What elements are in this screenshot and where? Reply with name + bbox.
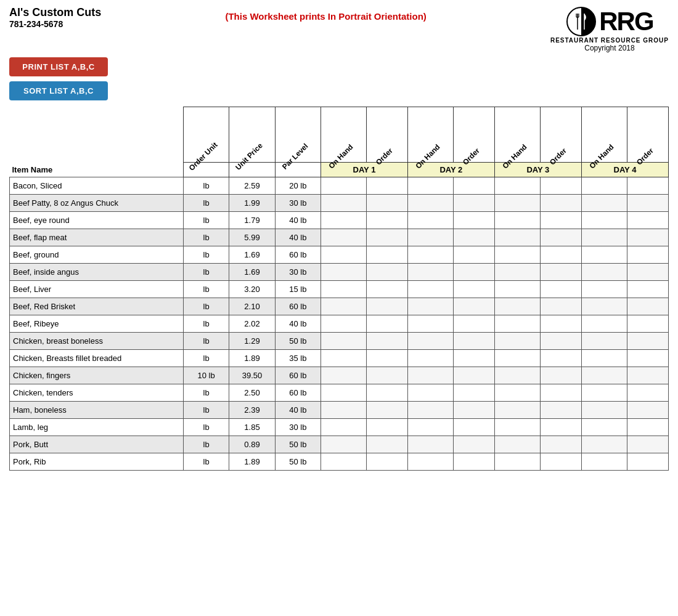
- day2-onhand-cell[interactable]: [407, 177, 453, 195]
- day3-onhand-cell[interactable]: [494, 402, 540, 419]
- day2-onhand-cell[interactable]: [407, 384, 453, 402]
- day3-onhand-cell[interactable]: [494, 229, 540, 246]
- day4-onhand-cell[interactable]: [581, 264, 627, 281]
- day4-onhand-cell[interactable]: [581, 402, 627, 419]
- day4-onhand-cell[interactable]: [581, 212, 627, 229]
- day3-order-cell[interactable]: [541, 229, 582, 246]
- day1-order-cell[interactable]: [367, 281, 408, 298]
- day1-order-cell[interactable]: [367, 453, 408, 471]
- day2-order-cell[interactable]: [454, 229, 495, 246]
- day3-order-cell[interactable]: [541, 264, 582, 281]
- day4-order-cell[interactable]: [627, 436, 669, 453]
- day1-order-cell[interactable]: [367, 436, 408, 453]
- day2-onhand-cell[interactable]: [407, 315, 453, 333]
- day4-onhand-cell[interactable]: [581, 419, 627, 436]
- day3-onhand-cell[interactable]: [494, 384, 540, 402]
- day3-onhand-cell[interactable]: [494, 333, 540, 350]
- day4-order-cell[interactable]: [627, 453, 669, 471]
- day2-order-cell[interactable]: [454, 246, 495, 264]
- day2-order-cell[interactable]: [454, 298, 495, 315]
- day3-order-cell[interactable]: [541, 333, 582, 350]
- day4-order-cell[interactable]: [627, 177, 669, 195]
- day3-onhand-cell[interactable]: [494, 453, 540, 471]
- day3-order-cell[interactable]: [541, 436, 582, 453]
- day2-onhand-cell[interactable]: [407, 419, 453, 436]
- day2-order-cell[interactable]: [454, 419, 495, 436]
- day4-order-cell[interactable]: [627, 195, 669, 212]
- day2-onhand-cell[interactable]: [407, 195, 453, 212]
- day1-order-cell[interactable]: [367, 333, 408, 350]
- day1-order-cell[interactable]: [367, 384, 408, 402]
- day3-onhand-cell[interactable]: [494, 212, 540, 229]
- day3-onhand-cell[interactable]: [494, 195, 540, 212]
- day3-onhand-cell[interactable]: [494, 436, 540, 453]
- day1-onhand-cell[interactable]: [321, 177, 366, 195]
- day3-onhand-cell[interactable]: [494, 419, 540, 436]
- day4-onhand-cell[interactable]: [581, 333, 627, 350]
- day4-order-cell[interactable]: [627, 419, 669, 436]
- day3-order-cell[interactable]: [541, 419, 582, 436]
- day3-order-cell[interactable]: [541, 315, 582, 333]
- day3-onhand-cell[interactable]: [494, 298, 540, 315]
- day2-onhand-cell[interactable]: [407, 229, 453, 246]
- day2-order-cell[interactable]: [454, 281, 495, 298]
- day3-order-cell[interactable]: [541, 298, 582, 315]
- day4-order-cell[interactable]: [627, 298, 669, 315]
- day4-onhand-cell[interactable]: [581, 436, 627, 453]
- day4-onhand-cell[interactable]: [581, 281, 627, 298]
- day1-order-cell[interactable]: [367, 315, 408, 333]
- day2-order-cell[interactable]: [454, 453, 495, 471]
- day4-order-cell[interactable]: [627, 315, 669, 333]
- day1-onhand-cell[interactable]: [321, 229, 366, 246]
- day2-onhand-cell[interactable]: [407, 246, 453, 264]
- day4-onhand-cell[interactable]: [581, 384, 627, 402]
- day1-onhand-cell[interactable]: [321, 298, 366, 315]
- day4-onhand-cell[interactable]: [581, 350, 627, 367]
- day4-onhand-cell[interactable]: [581, 298, 627, 315]
- day2-onhand-cell[interactable]: [407, 367, 453, 384]
- day4-onhand-cell[interactable]: [581, 315, 627, 333]
- day4-onhand-cell[interactable]: [581, 195, 627, 212]
- day3-onhand-cell[interactable]: [494, 246, 540, 264]
- day3-order-cell[interactable]: [541, 246, 582, 264]
- day4-order-cell[interactable]: [627, 264, 669, 281]
- day1-onhand-cell[interactable]: [321, 212, 366, 229]
- day4-onhand-cell[interactable]: [581, 177, 627, 195]
- day4-order-cell[interactable]: [627, 229, 669, 246]
- day2-onhand-cell[interactable]: [407, 402, 453, 419]
- day1-onhand-cell[interactable]: [321, 367, 366, 384]
- day3-order-cell[interactable]: [541, 350, 582, 367]
- day2-order-cell[interactable]: [454, 333, 495, 350]
- day3-onhand-cell[interactable]: [494, 264, 540, 281]
- day4-order-cell[interactable]: [627, 281, 669, 298]
- day3-onhand-cell[interactable]: [494, 315, 540, 333]
- day1-order-cell[interactable]: [367, 229, 408, 246]
- day4-onhand-cell[interactable]: [581, 246, 627, 264]
- day1-onhand-cell[interactable]: [321, 246, 366, 264]
- day3-order-cell[interactable]: [541, 212, 582, 229]
- day2-order-cell[interactable]: [454, 212, 495, 229]
- day2-order-cell[interactable]: [454, 367, 495, 384]
- day3-order-cell[interactable]: [541, 281, 582, 298]
- day2-order-cell[interactable]: [454, 402, 495, 419]
- day1-order-cell[interactable]: [367, 298, 408, 315]
- print-list-button[interactable]: PRINT LIST A,B,C: [9, 57, 108, 76]
- day1-order-cell[interactable]: [367, 212, 408, 229]
- day1-onhand-cell[interactable]: [321, 350, 366, 367]
- day2-onhand-cell[interactable]: [407, 298, 453, 315]
- day1-onhand-cell[interactable]: [321, 402, 366, 419]
- day1-onhand-cell[interactable]: [321, 419, 366, 436]
- day1-order-cell[interactable]: [367, 350, 408, 367]
- day3-order-cell[interactable]: [541, 195, 582, 212]
- day4-order-cell[interactable]: [627, 367, 669, 384]
- day1-onhand-cell[interactable]: [321, 281, 366, 298]
- day2-order-cell[interactable]: [454, 177, 495, 195]
- day4-order-cell[interactable]: [627, 402, 669, 419]
- day1-order-cell[interactable]: [367, 195, 408, 212]
- day1-onhand-cell[interactable]: [321, 453, 366, 471]
- day2-onhand-cell[interactable]: [407, 281, 453, 298]
- day4-order-cell[interactable]: [627, 350, 669, 367]
- day2-onhand-cell[interactable]: [407, 264, 453, 281]
- day2-order-cell[interactable]: [454, 384, 495, 402]
- day3-order-cell[interactable]: [541, 384, 582, 402]
